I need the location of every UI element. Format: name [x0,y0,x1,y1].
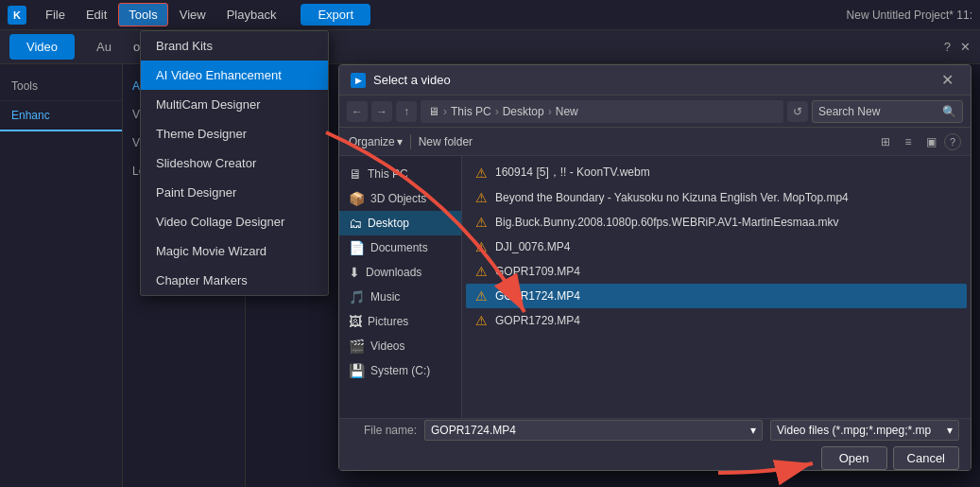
close-icon[interactable]: ✕ [960,40,971,54]
dropdown-paint-designer[interactable]: Paint Designer [141,178,328,207]
file-item[interactable]: ⚠ 160914 [5]，!! - KoonTV.webm [466,160,967,185]
breadcrumb-separator-3: › [548,105,552,118]
dropdown-ai-video-enhancement[interactable]: AI Video Enhancement [141,61,328,90]
dialog-titlebar: ▶ Select a video ✕ [339,65,971,96]
menu-bar: File Edit Tools View Playback [36,3,285,26]
filetype-select[interactable]: Video files (*.mpg;*.mpeg;*.mp ▾ [770,420,959,441]
file-name-label: File name: [351,424,417,437]
dropdown-theme-designer[interactable]: Theme Designer [141,119,328,148]
dialog-sidebar-3d-objects[interactable]: 📦 3D Objects [339,186,461,211]
nav-forward-button[interactable]: → [371,101,392,122]
app-logo: K [8,6,26,25]
dialog-sidebar-downloads[interactable]: ⬇ Downloads [339,260,461,285]
footer-row-filename: File name: GOPR1724.MP4 ▾ Video files (*… [351,420,959,441]
dialog-buttons: Open Cancel [821,446,959,470]
file-item[interactable]: ⚠ GOPR1709.MP4 [466,259,967,284]
file-item[interactable]: ⚠ Beyond the Boundary - Yakusoku no Kizu… [466,185,967,210]
dropdown-video-collage[interactable]: Video Collage Designer [141,207,328,236]
dropdown-slideshow-creator[interactable]: Slideshow Creator [141,148,328,178]
file-warning-icon-2: ⚠ [475,215,488,230]
breadcrumb-new[interactable]: New [556,105,578,118]
view-details-button[interactable]: ⊞ [876,132,895,151]
dropdown-arrow-icon: ▾ [750,424,756,437]
dropdown-chapter-markers[interactable]: Chapter Markers [141,266,328,295]
cancel-button[interactable]: Cancel [893,446,959,470]
file-item-selected[interactable]: ⚠ GOPR1724.MP4 [466,284,967,308]
dropdown-magic-movie[interactable]: Magic Movie Wizard [141,236,328,266]
file-name-6: GOPR1729.MP4 [495,314,580,327]
toolbar-divider [410,134,411,149]
file-warning-icon-4: ⚠ [475,264,488,279]
search-icon[interactable]: 🔍 [942,105,956,118]
nav-up-button[interactable]: ↑ [396,101,417,122]
organize-button[interactable]: Organize ▾ [349,135,403,148]
file-name-2: Big.Buck.Bunny.2008.1080p.60fps.WEBRiP.A… [495,216,839,229]
music-icon: 🎵 [349,289,365,304]
file-warning-icon-5: ⚠ [475,288,488,304]
view-icons: ⊞ ≡ ▣ ? [876,132,961,151]
downloads-icon: ⬇ [349,265,360,280]
dialog-body: 🖥 This PC 📦 3D Objects 🗂 Desktop 📄 Docum… [339,156,971,418]
file-name-4: GOPR1709.MP4 [495,265,580,278]
menu-tools[interactable]: Tools [118,3,167,26]
view-list-button[interactable]: ≡ [899,132,918,151]
dialog-sidebar-system-c[interactable]: 💾 System (C:) [339,358,461,383]
menu-view[interactable]: View [170,4,215,26]
dropdown-multicam-designer[interactable]: MultiCam Designer [141,90,328,119]
search-bar: Search New 🔍 [812,100,963,123]
dialog-title: Select a video [373,73,936,87]
desktop-icon: 🗂 [349,216,362,231]
file-name-1: Beyond the Boundary - Yakusoku no Kizuna… [495,191,849,204]
file-name-3: DJI_0076.MP4 [495,240,570,253]
tab-video[interactable]: Video [9,34,75,60]
tab-audio[interactable]: Au [79,34,129,60]
breadcrumb-separator-1: › [443,105,447,118]
view-preview-button[interactable]: ▣ [921,132,940,151]
menu-file[interactable]: File [36,4,75,26]
videos-icon: 🎬 [349,339,365,354]
dialog-sidebar-videos[interactable]: 🎬 Videos [339,334,461,358]
breadcrumb-this-pc[interactable]: 🖥 [428,105,439,118]
menu-edit[interactable]: Edit [77,4,116,26]
dialog-sidebar-desktop[interactable]: 🗂 Desktop [339,211,461,235]
file-dialog: ▶ Select a video ✕ ← → ↑ 🖥 › This PC › D… [338,64,971,471]
breadcrumb: 🖥 › This PC › Desktop › New [421,100,783,123]
menu-playback[interactable]: Playback [217,4,286,26]
breadcrumb-separator-2: › [495,105,499,118]
dialog-sidebar-pictures[interactable]: 🖼 Pictures [339,309,461,334]
sidebar-item-tools[interactable]: Tools [0,72,122,101]
breadcrumb-this-pc-label[interactable]: This PC [451,105,491,118]
file-item[interactable]: ⚠ DJI_0076.MP4 [466,235,967,259]
file-item[interactable]: ⚠ GOPR1729.MP4 [466,308,967,333]
filetype-dropdown-icon: ▾ [947,424,953,437]
filename-input[interactable]: GOPR1724.MP4 ▾ [424,420,763,441]
dialog-sidebar-music[interactable]: 🎵 Music [339,285,461,309]
dialog-close-button[interactable]: ✕ [936,69,959,91]
dialog-title-icon: ▶ [351,73,366,88]
nav-back-button[interactable]: ← [347,101,368,122]
nav-refresh-button[interactable]: ↺ [787,101,808,122]
search-input[interactable]: Search New [818,105,938,118]
help-icon[interactable]: ? [944,40,951,54]
open-button[interactable]: Open [821,446,887,470]
dialog-sidebar-this-pc[interactable]: 🖥 This PC [339,162,461,186]
titlebar: K File Edit Tools View Playback Export N… [0,0,980,30]
breadcrumb-desktop[interactable]: Desktop [503,105,544,118]
dialog-sidebar: 🖥 This PC 📦 3D Objects 🗂 Desktop 📄 Docum… [339,156,462,418]
sidebar: Tools Enhanc [0,64,123,487]
file-warning-icon-3: ⚠ [475,239,488,254]
help-button[interactable]: ? [944,133,961,150]
dialog-nav: ← → ↑ 🖥 › This PC › Desktop › New ↺ Sear… [339,96,971,128]
tools-dropdown: Brand Kits AI Video Enhancement MultiCam… [140,30,329,296]
footer-row-buttons: Open Cancel [351,446,959,470]
dropdown-brand-kits[interactable]: Brand Kits [141,31,328,61]
tab-icons: ? ✕ [944,40,971,54]
project-name: New Untitled Project* 11: [847,9,972,22]
sidebar-item-enhancements[interactable]: Enhanc [0,101,122,131]
dialog-sidebar-documents[interactable]: 📄 Documents [339,235,461,260]
new-folder-button[interactable]: New folder [419,135,473,148]
this-pc-icon: 🖥 [349,166,362,182]
export-button[interactable]: Export [301,4,370,26]
file-warning-icon-1: ⚠ [475,190,488,205]
file-item[interactable]: ⚠ Big.Buck.Bunny.2008.1080p.60fps.WEBRiP… [466,210,967,235]
